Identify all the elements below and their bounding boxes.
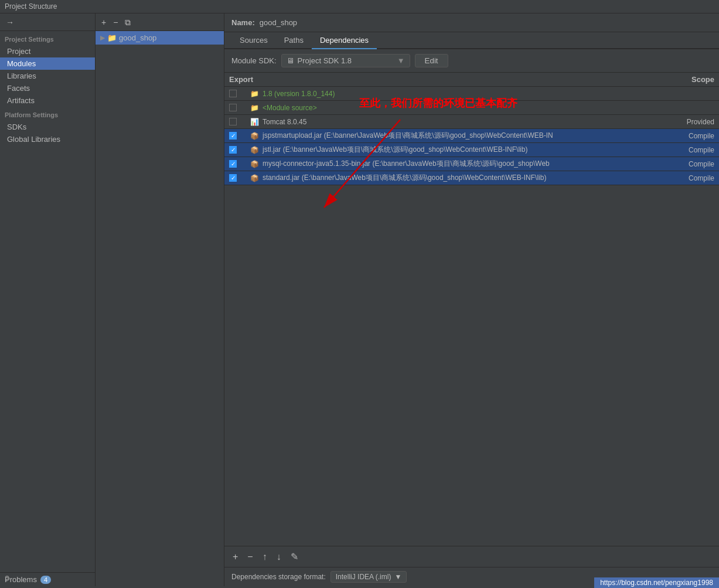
status-bar: https://blog.csdn.net/pengxiang1998 [594,577,719,588]
dep-checkbox-module-source[interactable] [229,104,250,111]
checkbox-box-tomcat [229,118,237,125]
module-source-folder-icon: 📁 [250,104,259,112]
dep-row-mysql[interactable]: ✓ 📦 mysql-connector-java5.1.35-bin.jar (… [224,157,719,171]
module-tree-item-goodshop[interactable]: ▶ 📁 good_shop [96,31,224,45]
folder-icon: 📁 [107,33,117,42]
problems-badge: 4 [40,576,51,584]
dep-row-jspstmartupload[interactable]: ✓ 📦 jspstmartupload.jar (E:\banner\JavaW… [224,129,719,143]
mysql-scope: Compile [656,160,714,168]
tabs-bar: Sources Paths Dependencies [224,32,719,49]
dep-checkbox-tomcat[interactable] [229,118,250,125]
sidebar-item-facets[interactable]: Facets [0,82,95,94]
dep-row-jstl[interactable]: ✓ 📦 jstl.jar (E:\banner\JavaWeb项目\商城系统\源… [224,143,719,157]
module-panel: + − ⧉ ▶ 📁 good_shop [96,13,224,586]
mysql-jar-icon: 📦 [250,160,259,168]
dep-row-tomcat[interactable]: 📊 Tomcat 8.0.45 Provided [224,115,719,129]
main-mid-layout: + − ⧉ ▶ 📁 good_shop Name: good_shop Sour… [96,13,719,586]
sidebar-item-modules[interactable]: Modules [0,57,95,70]
storage-select-dropdown[interactable]: IntelliJ IDEA (.iml) ▼ [330,571,407,583]
tab-sources[interactable]: Sources [231,32,276,49]
title-label: Project Structure [5,2,57,11]
platform-settings-label: Platform Settings [0,107,95,121]
bottom-toolbar: + − ↑ ↓ ✎ [224,546,719,567]
dep-down-btn[interactable]: ↓ [273,550,285,563]
jspstmartupload-jar-icon: 📦 [250,132,259,140]
module-source-name: <Module source> [263,104,656,112]
problems-label: Problems [5,575,37,584]
module-add-btn[interactable]: + [99,17,108,28]
jstl-name: jstl.jar (E:\banner\JavaWeb项目\商城系统\源码\go… [263,145,656,155]
status-url: https://blog.csdn.net/pengxiang1998 [600,579,713,587]
tab-paths[interactable]: Paths [276,32,312,49]
sdk-value: Project SDK 1.8 [298,56,352,65]
forward-btn[interactable]: → [4,17,16,28]
main-layout: → Project Settings Project Modules Libra… [0,13,719,586]
checkbox-box-standard: ✓ [229,174,237,182]
checkbox-box-mysql: ✓ [229,160,237,168]
jdk-name: 1.8 (version 1.8.0_144) [263,90,656,98]
name-field-label: Name: [231,18,255,27]
dep-checkbox-jspstmartupload[interactable]: ✓ [229,132,250,140]
sdk-bar: Module SDK: 🖥 Project SDK 1.8 ▼ Edit [224,49,719,73]
modules-label: Modules [7,59,36,68]
sidebar-item-sdks[interactable]: SDKs [0,121,95,133]
deps-table-header: Export Scope [224,73,719,87]
sdk-icon: 🖥 [287,56,294,65]
tab-dependencies[interactable]: Dependencies [312,32,377,49]
checkbox-box-module-source [229,104,237,111]
col-export: Export [229,75,258,84]
dep-add-btn[interactable]: + [229,550,241,563]
dep-row-module-source[interactable]: 📁 <Module source> [224,101,719,115]
edit-sdk-btn[interactable]: Edit [415,54,448,67]
storage-value: IntelliJ IDEA (.iml) [336,573,391,581]
standard-name: standard.jar (E:\banner\JavaWeb项目\商城系统\源… [263,173,656,183]
jspstmartupload-scope: Compile [656,132,714,140]
col-scope: Scope [656,75,714,84]
jdk-folder-icon: 📁 [250,90,259,98]
problems-item[interactable]: Problems 4 [0,572,95,586]
module-toolbar: + − ⧉ [96,13,224,31]
col-name [258,75,656,84]
sidebar-item-libraries[interactable]: Libraries [0,70,95,82]
dep-edit-btn[interactable]: ✎ [287,550,302,563]
dep-row-jdk[interactable]: 📁 1.8 (version 1.8.0_144) [224,87,719,101]
dep-checkbox-standard[interactable]: ✓ [229,174,250,182]
libraries-label: Libraries [7,72,36,80]
deps-table: Export Scope 📁 1.8 (version 1.8.0_144) [224,73,719,546]
dep-remove-btn[interactable]: − [244,550,256,563]
module-remove-btn[interactable]: − [111,17,120,28]
standard-scope: Compile [656,174,714,182]
global-libraries-label: Global Libraries [7,135,60,144]
dep-up-btn[interactable]: ↑ [259,550,271,563]
storage-label: Dependencies storage format: [231,573,326,581]
name-bar: Name: good_shop [224,13,719,32]
project-label: Project [7,47,30,56]
sdk-dropdown-arrow: ▼ [397,56,405,65]
storage-dropdown-arrow: ▼ [394,573,401,581]
dep-checkbox-jdk[interactable] [229,90,250,97]
help-button[interactable]: ? [5,574,9,583]
dep-checkbox-jstl[interactable]: ✓ [229,146,250,154]
module-copy-btn[interactable]: ⧉ [122,17,133,28]
sidebar-item-global-libraries[interactable]: Global Libraries [0,133,95,145]
title-bar: Project Structure [0,0,719,13]
content-area: Name: good_shop Sources Paths Dependenci… [224,13,719,586]
module-name: good_shop [119,33,156,42]
tomcat-icon: 📊 [250,118,259,126]
facets-label: Facets [7,84,30,93]
sdk-select-dropdown[interactable]: 🖥 Project SDK 1.8 ▼ [281,54,410,67]
sdk-label: Module SDK: [231,56,277,65]
sidebar-item-artifacts[interactable]: Artifacts [0,94,95,107]
name-field-value: good_shop [260,18,297,27]
dep-row-standard[interactable]: ✓ 📦 standard.jar (E:\banner\JavaWeb项目\商城… [224,171,719,185]
checkbox-box-jstl: ✓ [229,146,237,154]
sidebar-item-project[interactable]: Project [0,45,95,57]
deps-body: 📁 1.8 (version 1.8.0_144) 📁 <Module sour… [224,87,719,546]
dep-checkbox-mysql[interactable]: ✓ [229,160,250,168]
checkbox-box-jdk [229,90,237,97]
jspstmartupload-name: jspstmartupload.jar (E:\banner\JavaWeb项目… [263,131,656,141]
mysql-name: mysql-connector-java5.1.35-bin.jar (E:\b… [263,159,656,169]
sdks-label: SDKs [7,123,26,131]
standard-jar-icon: 📦 [250,174,259,182]
project-settings-label: Project Settings [0,31,95,45]
